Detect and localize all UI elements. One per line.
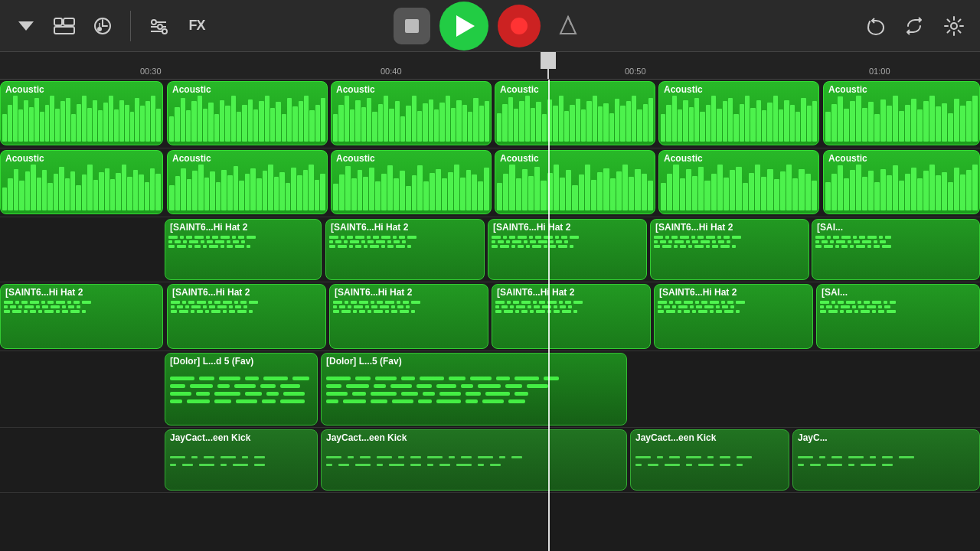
- clip-hihat-3b[interactable]: [SAINT6...Hi Hat 2: [325, 219, 485, 280]
- waveform-bars: [1, 96, 162, 142]
- clip-label: [SAINT6...Hi Hat 2: [655, 285, 812, 300]
- clip-waveform: [332, 165, 491, 210]
- timeline-ruler: 00:30 00:40 00:50 01:00: [0, 52, 980, 80]
- clip-label: Acoustic: [495, 151, 655, 166]
- clip-acoustic-2b[interactable]: Acoustic: [167, 150, 328, 214]
- clip-dolor-5a[interactable]: [Dolor] L...d 5 (Fav): [165, 353, 318, 425]
- timeline-mark-0030: 00:30: [140, 67, 162, 76]
- clip-dolor-pattern: [322, 373, 626, 420]
- clip-acoustic-1b[interactable]: Acoustic: [167, 81, 328, 145]
- record-button[interactable]: [498, 5, 541, 47]
- dropdown-button[interactable]: [9, 9, 43, 43]
- clip-acoustic-2a[interactable]: Acoustic: [0, 150, 163, 214]
- clip-acoustic-1f[interactable]: Acoustic: [823, 81, 980, 145]
- tracks-view-button[interactable]: [47, 9, 81, 43]
- clip-waveform: [168, 96, 327, 142]
- clip-jaycact-6a[interactable]: JayCact...een Kick: [165, 429, 318, 491]
- fx-button[interactable]: FX: [180, 9, 214, 43]
- clip-acoustic-1c[interactable]: Acoustic: [331, 81, 492, 145]
- clip-label: [SAI...: [812, 220, 979, 235]
- clip-midi: [488, 235, 646, 276]
- clip-label: [SAINT6...Hi Hat 2: [326, 220, 484, 235]
- clip-waveform: [332, 96, 491, 142]
- svg-point-12: [162, 29, 167, 34]
- loop-button[interactable]: [897, 9, 931, 43]
- timeline-marks: 00:30 00:40 00:50 01:00: [0, 52, 980, 79]
- clip-acoustic-2e[interactable]: Acoustic: [658, 150, 819, 214]
- clip-hihat-4d[interactable]: [SAINT6...Hi Hat 2: [492, 284, 651, 349]
- waveform-bars: [659, 165, 818, 210]
- clip-acoustic-1d[interactable]: Acoustic: [495, 81, 655, 145]
- clip-hihat-4c[interactable]: [SAINT6...Hi Hat 2: [329, 284, 488, 349]
- undo-button[interactable]: [858, 9, 891, 43]
- waveform-bars: [332, 96, 491, 142]
- playhead-line: [548, 80, 550, 551]
- clip-acoustic-1a[interactable]: Acoustic: [0, 81, 163, 145]
- clip-acoustic-2f[interactable]: Acoustic: [823, 150, 980, 214]
- clip-waveform: [495, 165, 655, 210]
- stop-button[interactable]: [394, 8, 430, 44]
- clip-acoustic-2c[interactable]: Acoustic: [331, 150, 492, 214]
- clip-jaycact-6b[interactable]: JayCact...een Kick: [321, 429, 627, 491]
- clip-hihat-4a[interactable]: [SAINT6...Hi Hat 2: [0, 284, 163, 349]
- clip-midi: [168, 300, 325, 345]
- instruments-button[interactable]: [86, 9, 119, 43]
- clip-label: [Dolor] L...d 5 (Fav): [165, 354, 317, 369]
- track-row-6: JayCact...een Kick: [0, 428, 980, 493]
- metronome-button[interactable]: [550, 8, 586, 44]
- waveform-bars: [659, 96, 818, 142]
- clip-label: [SAINT6...Hi Hat 2: [488, 220, 646, 235]
- clip-acoustic-2d[interactable]: Acoustic: [495, 150, 655, 214]
- clip-kick-pattern: [631, 452, 789, 487]
- track-row-4: [SAINT6...Hi Hat 2 [SAINT6...Hi Hat 2 [S…: [0, 282, 980, 351]
- clip-label: Acoustic: [659, 82, 818, 97]
- clip-jaycact-6d[interactable]: JayC...: [792, 429, 980, 491]
- clip-hihat-3e[interactable]: [SAI...: [812, 219, 980, 280]
- clip-label: JayCact...een Kick: [322, 430, 626, 445]
- divider1: [130, 11, 131, 41]
- play-icon: [456, 15, 475, 37]
- clip-label: JayCact...een Kick: [165, 430, 317, 445]
- clip-label: [SAINT6...Hi Hat 2: [165, 220, 321, 235]
- clip-waveform: [495, 96, 655, 142]
- toolbar: FX: [0, 0, 980, 52]
- toolbar-right-group: [858, 9, 971, 43]
- transport-controls: [394, 2, 586, 51]
- clip-label: Acoustic: [168, 151, 327, 166]
- waveform-bars: [168, 96, 327, 142]
- clip-dolor-5b[interactable]: [Dolor] L...5 (Fav): [321, 353, 627, 425]
- timeline-mark-0100: 01:00: [869, 67, 890, 76]
- clip-waveform: [1, 96, 162, 142]
- settings-button[interactable]: [937, 9, 971, 43]
- clip-acoustic-1e[interactable]: Acoustic: [658, 81, 819, 145]
- svg-point-10: [152, 20, 156, 24]
- clip-label: JayCact...een Kick: [631, 430, 789, 445]
- clip-midi: [1, 300, 162, 345]
- clip-waveform: [659, 96, 818, 142]
- timeline-playhead: [548, 52, 564, 69]
- clip-label: Acoustic: [168, 82, 327, 97]
- clip-hihat-3c[interactable]: [SAINT6...Hi Hat 2: [488, 219, 647, 280]
- stop-icon: [405, 19, 419, 33]
- play-button[interactable]: [439, 2, 488, 51]
- clip-label: [SAINT6...Hi Hat 2: [168, 285, 325, 300]
- clip-hihat-4f[interactable]: [SAI...: [816, 284, 980, 349]
- clip-hihat-3d[interactable]: [SAINT6...Hi Hat 2: [650, 219, 809, 280]
- clip-label: [SAINT6...Hi Hat 2: [651, 220, 808, 235]
- clip-hihat-4e[interactable]: [SAINT6...Hi Hat 2: [654, 284, 813, 349]
- svg-marker-13: [560, 17, 576, 34]
- waveform-bars: [1, 165, 162, 210]
- clip-hihat-3a[interactable]: [SAINT6...Hi Hat 2: [165, 219, 322, 280]
- clip-kick-pattern: [165, 452, 317, 487]
- clip-hihat-4b[interactable]: [SAINT6...Hi Hat 2: [167, 284, 326, 349]
- svg-rect-3: [54, 27, 74, 34]
- clip-midi: [817, 300, 979, 345]
- clip-waveform: [168, 165, 327, 210]
- svg-rect-1: [54, 18, 62, 25]
- clip-midi: [326, 235, 484, 276]
- clip-jaycact-6c[interactable]: JayCact...een Kick: [630, 429, 789, 491]
- clip-label: [SAI...: [817, 285, 979, 300]
- eq-button[interactable]: [142, 9, 175, 43]
- record-icon: [511, 18, 528, 34]
- clip-label: [SAINT6...Hi Hat 2: [1, 285, 162, 300]
